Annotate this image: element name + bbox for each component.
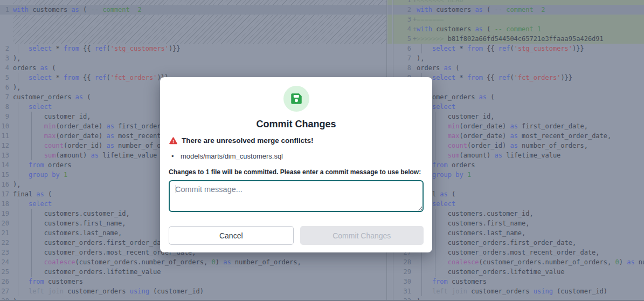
line-number: 19: [0, 209, 13, 218]
line-number: 14: [0, 160, 13, 170]
diff-marker: +: [413, 24, 417, 34]
line-number: 11: [0, 131, 13, 141]
bullet-icon: •: [171, 152, 181, 160]
line-number: 1: [0, 5, 13, 15]
diff-marker: [413, 286, 417, 296]
line-number: 16: [0, 180, 13, 189]
line-number: 31: [393, 286, 413, 296]
code-line[interactable]: 2 with customers as ( -- comment 2: [393, 5, 644, 15]
line-number: 9: [0, 112, 13, 121]
line-number: 5: [393, 34, 413, 44]
line-number: 8: [393, 63, 413, 73]
line-number: 4: [0, 63, 13, 73]
line-number: 17: [0, 189, 13, 199]
line-number: 27: [0, 286, 13, 296]
line-number: 21: [0, 228, 13, 238]
line-number: 7: [0, 92, 13, 102]
diff-marker: +: [413, 0, 417, 5]
line-number: 22: [0, 238, 13, 248]
line-number: 24: [0, 257, 13, 267]
diff-connector: [387, 15, 392, 44]
diff-marker: [413, 53, 417, 63]
line-number: 30: [393, 277, 413, 286]
line-number: 23: [0, 248, 13, 257]
diff-connector: [387, 5, 392, 15]
code-line[interactable]: 28 coalesce(customer_orders.number_of_or…: [393, 257, 644, 267]
conflict-file-item: • models/marts/dim_customers.sql: [169, 152, 424, 160]
line-number: 6: [0, 83, 13, 92]
text-cursor: [176, 185, 176, 193]
line-number: 3: [0, 53, 13, 63]
code-line[interactable]: 26 from customers: [0, 277, 386, 286]
line-number: 12: [0, 141, 13, 150]
code-line[interactable]: 1+<<<<<<< HEAD: [393, 0, 644, 5]
line-number: 5: [0, 73, 13, 83]
line-number: 10: [0, 121, 13, 131]
commit-changes-button[interactable]: Commit Changes: [300, 226, 424, 245]
code-line[interactable]: 1with customers as ( -- comment 2: [0, 5, 386, 15]
code-line[interactable]: 8 orders as (: [393, 63, 644, 73]
diff-marker: +: [413, 15, 417, 24]
line-number: 1: [393, 0, 413, 5]
warning-triangle-icon: [169, 136, 178, 145]
code-line[interactable]: 7 ),: [393, 53, 644, 63]
code-line[interactable]: 30 from customers: [393, 277, 644, 286]
code-line[interactable]: 3+=======: [393, 15, 644, 24]
code-line[interactable]: 27 left join customer_orders using (cust…: [0, 286, 386, 296]
commit-instructions: Changes to 1 file will be committed. Ple…: [169, 168, 424, 176]
code-line[interactable]: 31 left join customer_orders using (cust…: [393, 286, 644, 296]
line-number: 4: [393, 24, 413, 34]
modal-title: Commit Changes: [169, 119, 424, 130]
code-line[interactable]: 2 select * from {{ ref('stg_customers')}…: [0, 44, 386, 53]
line-number: 13: [0, 150, 13, 160]
code-line[interactable]: 24 coalesce(customer_orders.number_of_or…: [0, 257, 386, 267]
diff-marker: [413, 5, 417, 15]
diff-marker: [413, 44, 417, 53]
diff-marker: [413, 267, 417, 277]
diff-spacer: [13, 15, 386, 44]
line-number: 29: [393, 267, 413, 277]
diff-marker: [413, 277, 417, 286]
conflict-file-name: models/marts/dim_customers.sql: [181, 152, 283, 160]
save-icon: [283, 86, 309, 112]
code-line[interactable]: 3),: [0, 53, 386, 63]
line-number: 26: [0, 277, 13, 286]
diff-connector: [387, 0, 392, 5]
line-number: 8: [0, 102, 13, 112]
diff-spacer: [13, 0, 386, 5]
line-number: 15: [0, 170, 13, 180]
cancel-button[interactable]: Cancel: [169, 226, 294, 245]
code-line[interactable]: 6 select * from {{ ref('stg_customers')}…: [393, 44, 644, 53]
diff-marker: +: [413, 34, 417, 44]
code-line[interactable]: 4+with customers as ( -- comment 1: [393, 24, 644, 34]
diff-marker: [413, 257, 417, 267]
line-number: 2: [393, 5, 413, 15]
commit-changes-modal: Commit Changes There are unresolved merg…: [160, 77, 432, 252]
line-number: 7: [393, 53, 413, 63]
merge-conflict-warning: There are unresolved merge conflicts!: [182, 136, 314, 145]
line-number: 2: [0, 44, 13, 53]
diff-marker: [413, 63, 417, 73]
line-number: 6: [393, 44, 413, 53]
line-number: 18: [0, 199, 13, 209]
line-number: 3: [393, 15, 413, 24]
code-line[interactable]: 25 customer_orders.lifetime_value: [0, 267, 386, 277]
line-number: 20: [0, 218, 13, 228]
line-number: 25: [0, 267, 13, 277]
commit-message-input[interactable]: [169, 180, 424, 212]
line-number: 28: [393, 257, 413, 267]
code-line[interactable]: 29 customer_orders.lifetime_value: [393, 267, 644, 277]
code-line[interactable]: 5+>>>>>>> b81f802a66fd544504c65721e3ffaa…: [393, 34, 644, 44]
code-line[interactable]: 4orders as (: [0, 63, 386, 73]
